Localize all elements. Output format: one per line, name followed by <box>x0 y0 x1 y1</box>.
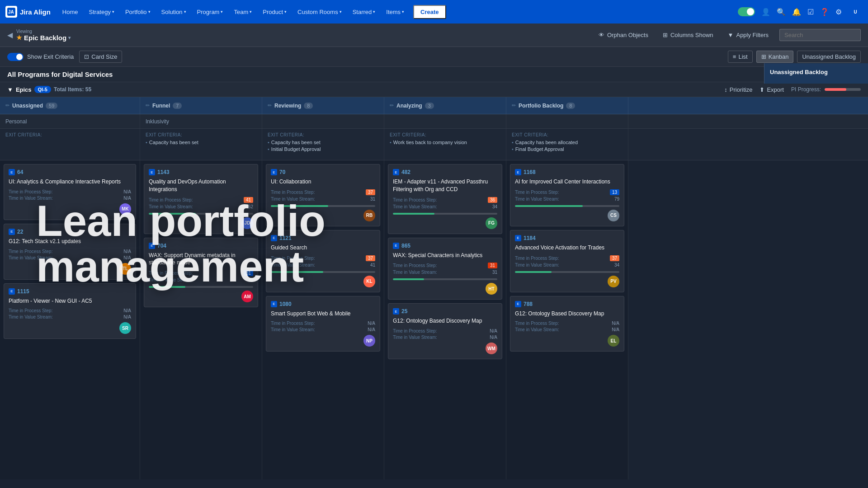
star-icon[interactable]: ★ <box>16 34 22 41</box>
avatar: HT <box>486 283 497 295</box>
collapse-icon[interactable]: ▼ <box>7 86 13 93</box>
card-1080[interactable]: E 1080 Smart Support Bot Web & Mobile Ti… <box>266 296 380 352</box>
nav-home[interactable]: Home <box>58 6 83 18</box>
epic-icon: E <box>393 243 399 249</box>
exit-cell-2: Exit Criteria: •Capacity has been set •I… <box>262 129 384 160</box>
avatar: AM <box>241 291 253 302</box>
epic-icon: E <box>9 229 15 235</box>
card-788[interactable]: E 788 G12: Ontology Based Discovery Map … <box>510 296 624 352</box>
epic-icon: E <box>271 235 277 241</box>
nav-portfolio[interactable]: Portfolio▾ <box>121 6 155 18</box>
card-1184[interactable]: E 1184 Advanced Voice Activation for Tra… <box>510 230 624 292</box>
bell-icon[interactable]: 🔔 <box>792 8 801 16</box>
show-exit-criteria-toggle[interactable]: Show Exit Criteria <box>7 53 74 61</box>
toolbar-right: ≡ List ⊞ Kanban Unassigned Backlog <box>728 51 861 63</box>
nav-team[interactable]: Team▾ <box>229 6 256 18</box>
top-nav: JA Jira Align Home Strategy▾ Portfolio▾ … <box>0 0 868 23</box>
epic-icon: E <box>515 235 521 241</box>
toggle-switch[interactable] <box>7 53 24 61</box>
card-size-icon: ⊡ <box>84 53 89 60</box>
avatar: MK <box>119 203 131 215</box>
nav-strategy[interactable]: Strategy▾ <box>84 6 118 18</box>
personal-cell-0: Personal <box>0 114 140 128</box>
edit-icon-2[interactable]: ✏ <box>268 103 272 108</box>
epic-icon: E <box>271 301 277 307</box>
left-arrow-icon[interactable]: ◀ <box>7 31 13 39</box>
kanban-col-funnel: E 1143 Quality and DevOps Automation Int… <box>140 160 262 479</box>
personal-row: Personal Inklusivity <box>0 114 868 129</box>
edit-icon-0[interactable]: ✏ <box>5 103 9 108</box>
epics-title: ▼ Epics QI-5 Total Items: 55 <box>7 86 91 93</box>
card-64[interactable]: E 64 UI: Analytics & Compliance Interact… <box>4 164 136 220</box>
logo[interactable]: JA Jira Align <box>5 6 51 18</box>
progress-bar <box>393 278 497 280</box>
program-bar: All Programs for Digital Services <box>0 67 868 82</box>
card-865[interactable]: E 865 WAX: Special Characters in Analyti… <box>388 238 502 300</box>
card-22[interactable]: E 22 G12: Tech Stack v2.1 updates Time i… <box>4 224 136 280</box>
personal-cell-4 <box>506 114 628 128</box>
search-icon[interactable]: 🔍 <box>777 8 786 16</box>
avatar: CS <box>608 210 619 221</box>
card-1168[interactable]: E 1168 AI for Improved Call Center Inter… <box>510 164 624 226</box>
exit-cell-1: Exit Criteria: •Capacity has been set <box>140 129 262 160</box>
epic-icon: E <box>271 169 277 175</box>
columns-shown-button[interactable]: ⊞ Columns Shown <box>659 30 717 40</box>
nav-product[interactable]: Product▾ <box>258 6 291 18</box>
card-482[interactable]: E 482 IEM - Adapter v11 - Advanced Passt… <box>388 164 502 234</box>
edit-icon-1[interactable]: ✏ <box>146 103 150 108</box>
avatar: RB <box>363 210 375 221</box>
col-header-4: ✏ Portfolio Backlog 8 <box>506 97 628 114</box>
epic-icon: E <box>149 243 155 249</box>
epic-icon: E <box>9 288 15 295</box>
checkbox-icon[interactable]: ☑ <box>807 8 814 16</box>
help-icon[interactable]: ❓ <box>820 8 829 16</box>
col-header-1: ✏ Funnel 7 <box>140 97 262 114</box>
card-25[interactable]: E 25 G12: Ontology Based Discovery Map T… <box>388 303 502 359</box>
create-button[interactable]: Create <box>413 5 446 19</box>
card-70[interactable]: E 70 UI: Collaboration Time in Process S… <box>266 164 380 226</box>
card-1143[interactable]: E 1143 Quality and DevOps Automation Int… <box>144 164 258 234</box>
prioritize-button[interactable]: ↕ Prioritize <box>724 86 752 93</box>
user-icon[interactable]: 👤 <box>761 8 770 16</box>
apply-filters-button[interactable]: ▼ Apply Filters <box>724 30 772 40</box>
avatar: TL <box>119 263 131 275</box>
settings-icon[interactable]: ⚙ <box>835 8 842 16</box>
avatar: NP <box>363 335 375 347</box>
kanban-col-reviewing: E 70 UI: Collaboration Time in Process S… <box>262 160 384 479</box>
personal-cell-3 <box>384 114 506 128</box>
list-button[interactable]: ≡ List <box>728 51 753 63</box>
nav-program[interactable]: Program▾ <box>193 6 228 18</box>
nav-solution[interactable]: Solution▾ <box>157 6 191 18</box>
avatar: JD <box>241 217 253 229</box>
card-1121[interactable]: E 1121 Guided Search Time in Process Ste… <box>266 230 380 292</box>
kanban-button[interactable]: ⊞ Kanban <box>756 51 794 63</box>
card-id-row: E 64 <box>9 169 131 175</box>
card-size-button[interactable]: ⊡ Card Size <box>79 51 122 63</box>
nav-toggle[interactable] <box>738 7 755 16</box>
epic-icon: E <box>149 169 155 175</box>
progress-bar <box>149 286 253 288</box>
nav-items[interactable]: Items▾ <box>382 6 409 18</box>
kanban-board: E 64 UI: Analytics & Compliance Interact… <box>0 160 868 479</box>
kanban-col-unassigned: E 64 UI: Analytics & Compliance Interact… <box>0 160 140 479</box>
user-avatar[interactable]: U <box>848 5 863 19</box>
kanban-col-analyzing: E 482 IEM - Adapter v11 - Advanced Passt… <box>384 160 506 479</box>
edit-icon-4[interactable]: ✏ <box>512 103 516 108</box>
dropdown-arrow-icon[interactable]: ▾ <box>68 35 71 40</box>
card-704[interactable]: E 704 WAX: Support Dynamic metadata in s… <box>144 238 258 308</box>
edit-icon-3[interactable]: ✏ <box>390 103 394 108</box>
unassigned-backlog-button[interactable]: Unassigned Backlog <box>797 51 861 63</box>
card-1115[interactable]: E 1115 Platform - Viewer - New GUI - AC5… <box>4 283 136 339</box>
col-header-3: ✏ Analyzing 3 <box>384 97 506 114</box>
avatar: FG <box>486 217 497 229</box>
exit-criteria-row: Exit Criteria: Exit Criteria: •Capacity … <box>0 129 868 160</box>
search-input[interactable] <box>779 29 861 41</box>
export-button[interactable]: ⬆ Export <box>760 86 784 93</box>
nav-starred[interactable]: Starred▾ <box>348 6 380 18</box>
nav-custom-rooms[interactable]: Custom Rooms▾ <box>293 6 346 18</box>
epic-icon: E <box>515 301 521 307</box>
svg-text:JA: JA <box>8 9 14 14</box>
orphan-objects-button[interactable]: 👁 Orphan Objects <box>595 30 652 40</box>
avatar: WM <box>486 343 497 354</box>
epic-icon: E <box>393 169 399 175</box>
